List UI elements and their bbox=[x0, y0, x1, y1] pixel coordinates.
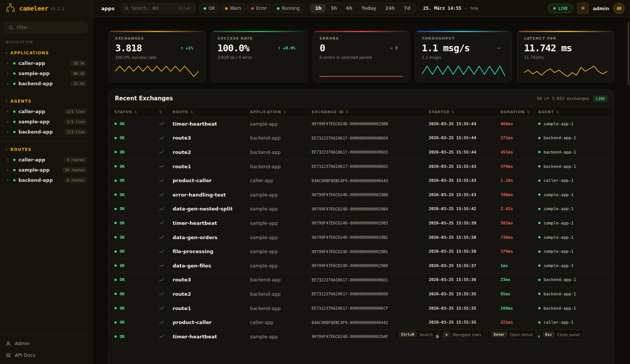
table-row[interactable]: OKdata-gen-filessample-app90799F47E6CD24… bbox=[109, 259, 614, 273]
avatar[interactable]: AD bbox=[613, 3, 625, 14]
trace-icon[interactable] bbox=[159, 178, 173, 183]
trace-icon[interactable] bbox=[159, 206, 173, 212]
live-label: LIVE bbox=[558, 6, 568, 11]
sort-icon: ⇅ bbox=[190, 110, 194, 114]
live-toggle[interactable]: LIVE bbox=[548, 4, 573, 13]
filter-chip-ok[interactable]: OK bbox=[199, 3, 219, 13]
trace-icon[interactable] bbox=[159, 121, 173, 126]
sidebar-item-backend-app[interactable]: ▸backend-app32.2k bbox=[0, 78, 92, 89]
table-row[interactable]: OKtimer-heartbeatsample-app90799F47E6CD2… bbox=[109, 216, 614, 230]
column-header-agent[interactable]: AGENT⇅ bbox=[538, 110, 614, 114]
trace-icon[interactable] bbox=[159, 306, 173, 311]
chevron-right-icon: ▸ bbox=[7, 82, 10, 85]
status-label: OK bbox=[120, 249, 125, 254]
sidebar-footer-admin[interactable]: Admin bbox=[0, 338, 92, 349]
search-icon bbox=[9, 25, 14, 30]
trace-icon[interactable] bbox=[159, 263, 173, 268]
column-header-application[interactable]: APPLICATION⇅ bbox=[250, 110, 312, 114]
table-row[interactable]: OKerror-handling-testsample-app90799F47E… bbox=[109, 188, 614, 202]
status-label: OK bbox=[120, 334, 125, 339]
sidebar-item-caller-app[interactable]: ▸caller-app4 routes bbox=[0, 155, 92, 165]
agent-cell: sample-app-1 bbox=[538, 263, 614, 268]
stat-card-success-rate: SUCCESS RATE100.0%↑ +0.0%3.818 ok / 0 er… bbox=[211, 31, 308, 82]
time-range-today[interactable]: Today bbox=[357, 4, 380, 12]
route-cell: timer-heartbeat bbox=[173, 121, 250, 127]
table-row[interactable]: OKfile-processingsample-app90799F47E6CD2… bbox=[109, 244, 614, 259]
table-row[interactable]: OKtimer-heartbeatsample-app90799F47E6CD2… bbox=[109, 117, 614, 131]
status-cell: OK bbox=[114, 135, 159, 140]
table-row[interactable]: OKproduct-callercaller-app69AC90BF8EBC4F… bbox=[109, 315, 614, 330]
exchange-id-cell: 69AC90BF8EBC4F9-0000000000000443 bbox=[312, 178, 429, 183]
sidebar-section-header[interactable]: ▾APPLICATIONS bbox=[0, 48, 92, 58]
table-column-headers: STATUS⇅⇅ROUTE⇅APPLICATION⇅EXCHANGE ID⇅ST… bbox=[109, 107, 614, 117]
time-range-24h[interactable]: 24h bbox=[381, 4, 399, 12]
trace-icon[interactable] bbox=[159, 164, 173, 169]
sidebar-footer-api-docs[interactable]: API Docs bbox=[0, 349, 92, 361]
duration-cell: 786ms bbox=[500, 192, 538, 197]
time-range-3h[interactable]: 3h bbox=[326, 4, 341, 12]
trace-icon[interactable] bbox=[159, 291, 173, 296]
trace-icon[interactable] bbox=[159, 277, 173, 283]
status-dot-icon bbox=[13, 83, 15, 85]
trace-icon[interactable] bbox=[159, 192, 173, 197]
sidebar-section-header[interactable]: ▾ROUTES bbox=[0, 144, 92, 155]
sort-icon: ⇅ bbox=[283, 110, 287, 114]
topbar-right: LIVE ☀ admin AD bbox=[548, 3, 625, 14]
sidebar-item-label: sample-app bbox=[19, 167, 59, 173]
sidebar-item-sample-app[interactable]: ▸sample-app16 routes bbox=[0, 165, 92, 175]
table-row[interactable]: OKroute2backend-appEE7322370A10617-00000… bbox=[109, 145, 614, 160]
hint-label: Search bbox=[419, 332, 433, 337]
column-header-status[interactable]: STATUS⇅ bbox=[114, 110, 159, 114]
column-header-exchange-id[interactable]: EXCHANGE ID⇅ bbox=[312, 110, 429, 114]
search-input[interactable] bbox=[131, 6, 173, 11]
time-range-1h[interactable]: 1h bbox=[311, 4, 326, 12]
route-cell: timer-heartbeat bbox=[173, 220, 250, 226]
table-row[interactable]: OKdata-gen-nested-splitsample-app90799F4… bbox=[109, 202, 614, 217]
sidebar-item-backend-app[interactable]: ▸backend-app6 routes bbox=[0, 175, 92, 185]
sidebar-item-backend-app[interactable]: ▸backend-app1/1 live bbox=[0, 127, 92, 137]
table-row[interactable]: OKroute3backend-appEE7322370A10617-00000… bbox=[109, 131, 614, 146]
sidebar-item-sample-app[interactable]: ▸sample-app84.1k bbox=[0, 68, 92, 78]
trace-icon[interactable] bbox=[159, 249, 173, 254]
column-header-trace[interactable]: ⇅ bbox=[159, 110, 173, 114]
global-search[interactable]: Ctrl+K bbox=[121, 3, 195, 14]
date-range[interactable]: 25. März 14:55 – now bbox=[423, 6, 478, 11]
trace-icon[interactable] bbox=[159, 149, 173, 155]
trace-icon[interactable] bbox=[159, 334, 173, 339]
application-cell: backend-app bbox=[250, 164, 312, 169]
column-header-duration[interactable]: DURATION⇅ bbox=[500, 110, 538, 114]
filter-chip-warn[interactable]: Warn bbox=[221, 3, 246, 13]
time-range-7d[interactable]: 7d bbox=[400, 4, 414, 12]
table-row[interactable]: OKproduct-callercaller-app69AC90BF8EBC4F… bbox=[109, 174, 614, 188]
table-row[interactable]: OKroute1backend-appEE7322370A10617-00000… bbox=[109, 160, 614, 174]
trace-icon[interactable] bbox=[159, 135, 173, 141]
table-row[interactable]: OKroute2backend-appEE7322370A10617-00000… bbox=[109, 287, 614, 301]
scrollbar-thumb[interactable] bbox=[628, 22, 629, 85]
column-header-route[interactable]: ROUTE⇅ bbox=[173, 110, 250, 114]
trace-icon[interactable] bbox=[159, 320, 173, 325]
theme-toggle-button[interactable]: ☀ bbox=[577, 3, 588, 14]
sidebar-filter[interactable] bbox=[5, 22, 88, 33]
sidebar-item-caller-app[interactable]: ▸caller-app1/1 live bbox=[0, 106, 92, 117]
column-header-label: EXCHANGE ID bbox=[312, 110, 344, 114]
table-row[interactable]: OKroute1backend-appEE7322370A10617-00000… bbox=[109, 301, 614, 316]
logo[interactable]: cameleer v3.2.1 bbox=[0, 0, 92, 17]
sidebar-item-badge: 1/1 live bbox=[64, 129, 87, 135]
trace-icon[interactable] bbox=[159, 235, 173, 240]
filter-chip-error[interactable]: Error bbox=[247, 3, 271, 13]
time-range-6h[interactable]: 6h bbox=[342, 4, 357, 12]
filter-input[interactable] bbox=[17, 25, 83, 30]
sidebar-item-sample-app[interactable]: ▸sample-app1/1 live bbox=[0, 117, 92, 127]
filter-chip-label: Error bbox=[256, 6, 267, 11]
trace-icon[interactable] bbox=[159, 220, 173, 226]
application-cell: sample-app bbox=[250, 192, 312, 198]
application-cell: sample-app bbox=[250, 249, 312, 254]
filter-chip-running[interactable]: Running bbox=[273, 3, 304, 13]
agent-dot-icon bbox=[538, 208, 540, 210]
application-cell: sample-app bbox=[250, 206, 312, 212]
table-row[interactable]: OKdata-gen-orderssample-app90799F47E6CD2… bbox=[109, 230, 614, 245]
sidebar-section-header[interactable]: ▾AGENTS bbox=[0, 96, 92, 106]
column-header-started[interactable]: STARTED⇅ bbox=[429, 110, 500, 114]
table-row[interactable]: OKroute3backend-appEE7322370A10617-00000… bbox=[109, 273, 614, 287]
sidebar-item-caller-app[interactable]: ▸caller-app10.7k bbox=[0, 58, 92, 68]
